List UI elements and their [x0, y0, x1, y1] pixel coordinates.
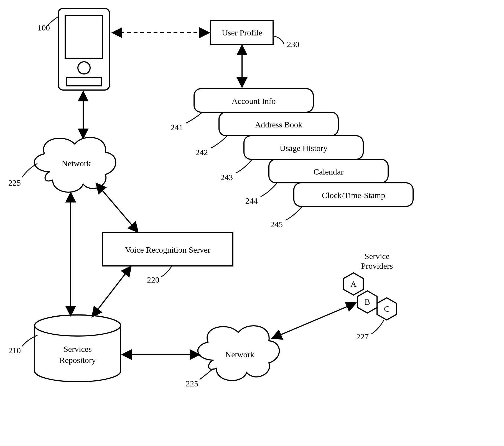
- arrow-network-voice: [97, 184, 137, 231]
- arrow-network2-providers: [273, 303, 355, 338]
- phone-icon: [58, 8, 110, 90]
- usage-history-label: Usage History: [280, 143, 327, 153]
- user-profile-label: User Profile: [222, 28, 262, 37]
- network2-label: Network: [225, 350, 254, 359]
- hex-a-label: A: [350, 279, 357, 288]
- calendar-label: Calendar: [314, 167, 343, 176]
- ref-phone: 100: [37, 23, 50, 32]
- arrow-voice-repo: [93, 267, 130, 316]
- hex-c-label: C: [384, 304, 390, 313]
- service-providers-label-2: Providers: [361, 261, 393, 270]
- ref-network2: 225: [186, 379, 198, 388]
- ref-service-providers: 227: [356, 332, 369, 341]
- hex-cluster: A B C: [344, 273, 396, 320]
- ref-address-book: 242: [195, 148, 208, 157]
- voice-server-label: Voice Recognition Server: [125, 245, 210, 254]
- ref-network1: 225: [8, 178, 21, 187]
- services-repo-label-2: Repository: [59, 355, 96, 365]
- network1-label: Network: [62, 159, 91, 168]
- account-info-label: Account Info: [231, 96, 276, 106]
- clock-timestamp-label: Clock/Time-Stamp: [322, 191, 385, 200]
- profile-stack: Account Info Address Book Usage History …: [194, 89, 413, 206]
- svg-rect-3: [67, 78, 101, 86]
- ref-account-info: 241: [170, 123, 183, 132]
- svg-rect-1: [65, 15, 103, 58]
- services-repo-label-1: Services: [63, 344, 92, 353]
- leader-user-profile: [273, 36, 284, 44]
- address-book-label: Address Book: [255, 120, 302, 129]
- ref-usage-history: 243: [220, 173, 233, 182]
- ref-user-profile: 230: [287, 40, 299, 49]
- svg-point-2: [78, 62, 90, 74]
- ref-voice-server: 220: [147, 275, 159, 284]
- hex-b-label: B: [365, 297, 370, 306]
- ref-services-repo: 210: [8, 346, 21, 355]
- service-providers-label-1: Service: [365, 252, 390, 261]
- ref-clock-timestamp: 245: [270, 220, 283, 229]
- svg-point-10: [35, 315, 121, 336]
- ref-calendar: 244: [245, 196, 258, 205]
